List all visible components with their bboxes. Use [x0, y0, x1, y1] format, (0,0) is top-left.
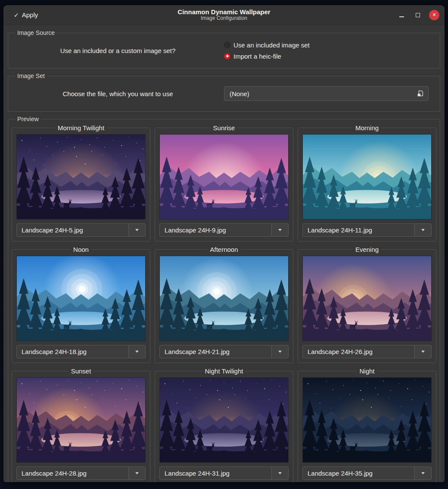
- window-subtitle: Image Configuration: [177, 16, 270, 22]
- image-select-dropdown[interactable]: Landscape 24H-18.jpg: [16, 345, 146, 358]
- preview-cell-title: Evening: [353, 246, 381, 253]
- close-icon: ✕: [432, 13, 436, 17]
- wallpaper-preview-image: [159, 256, 289, 341]
- preview-cell-title: Night Twilight: [202, 367, 246, 375]
- dropdown-arrow-button[interactable]: [271, 345, 289, 358]
- preview-cell: Sunset Landscape 24H-28.jpg: [12, 367, 150, 482]
- wallpaper-preview-image: [302, 377, 432, 463]
- wallpaper-preview-image: [302, 134, 432, 219]
- image-select-dropdown[interactable]: Landscape 24H-11.jpg: [302, 223, 432, 237]
- desktop-background: ✓ Apply Cinnamon Dynamic Wallpaper Image…: [0, 0, 448, 489]
- image-set-row: Choose the file, which you want to use (…: [12, 80, 436, 107]
- selected-filename: Landscape 24H-31.jpg: [160, 470, 270, 477]
- selected-filename: Landscape 24H-28.jpg: [17, 470, 127, 477]
- selected-filename: Landscape 24H-18.jpg: [17, 348, 127, 355]
- apply-button-label: Apply: [22, 11, 38, 19]
- preview-cell: Evening Landscape 24H-26.jpg: [298, 246, 436, 363]
- image-select-dropdown[interactable]: Landscape 24H-35.jpg: [302, 467, 432, 480]
- selected-filename: Landscape 24H-21.jpg: [160, 348, 270, 355]
- wallpaper-preview-image: [16, 134, 146, 219]
- selected-filename: Landscape 24H-9.jpg: [160, 226, 270, 234]
- chevron-down-icon: [421, 229, 425, 231]
- maximize-icon: [416, 13, 420, 17]
- dropdown-arrow-button[interactable]: [414, 223, 432, 237]
- file-chooser-label: Choose the file, which you want to use: [12, 90, 224, 97]
- image-select-dropdown[interactable]: Landscape 24H-5.jpg: [16, 223, 146, 237]
- preview-grid: Morning Twilight Landscape 24H-5.jpg Sun…: [12, 124, 436, 482]
- minimize-button[interactable]: [396, 10, 407, 20]
- image-source-legend: Image Source: [15, 29, 57, 36]
- dropdown-arrow-button[interactable]: [128, 223, 146, 237]
- window-body: Image Source Use an included or a custom…: [3, 25, 445, 482]
- apply-button[interactable]: ✓ Apply: [8, 9, 44, 21]
- preview-cell: Night Landscape 24H-35.jpg: [298, 367, 436, 482]
- image-set-legend: Image Set: [15, 72, 47, 79]
- wallpaper-preview-image: [302, 256, 432, 341]
- preview-cell: Morning Landscape 24H-11.jpg: [298, 124, 436, 241]
- wallpaper-preview-image: [159, 377, 289, 463]
- dropdown-arrow-button[interactable]: [128, 467, 146, 480]
- chevron-down-icon: [135, 351, 139, 353]
- app-window: ✓ Apply Cinnamon Dynamic Wallpaper Image…: [3, 5, 445, 482]
- file-copy-icon: [417, 90, 424, 97]
- preview-cell-title: Noon: [71, 246, 91, 253]
- radio-option-label: Use an included image set: [233, 41, 310, 49]
- radio-button-icon[interactable]: [224, 53, 230, 60]
- dropdown-arrow-button[interactable]: [271, 223, 289, 237]
- chevron-down-icon: [278, 351, 282, 353]
- radio-option-import-heic[interactable]: Import a heic-file: [224, 53, 436, 60]
- dropdown-arrow-button[interactable]: [128, 345, 146, 358]
- radio-option-included-set[interactable]: Use an included image set: [224, 41, 436, 49]
- chevron-down-icon: [278, 229, 282, 231]
- wallpaper-preview-image: [16, 377, 146, 463]
- preview-cell-title: Afternoon: [207, 246, 240, 253]
- image-source-row: Use an included or a custom image set? U…: [12, 37, 436, 64]
- chevron-down-icon: [135, 472, 139, 474]
- preview-cell: Morning Twilight Landscape 24H-5.jpg: [12, 124, 150, 241]
- preview-cell: Noon Landscape 24H-18.jpg: [12, 246, 150, 363]
- selected-filename: Landscape 24H-5.jpg: [17, 226, 127, 234]
- image-select-dropdown[interactable]: Landscape 24H-31.jpg: [159, 467, 289, 480]
- chevron-down-icon: [421, 351, 425, 353]
- preview-section: Preview Morning Twilight Landscape 24H-5…: [8, 116, 440, 482]
- selected-filename: Landscape 24H-11.jpg: [303, 226, 413, 234]
- dropdown-arrow-button[interactable]: [414, 467, 432, 480]
- preview-legend: Preview: [15, 116, 41, 122]
- preview-cell-title: Sunrise: [211, 124, 238, 132]
- image-select-dropdown[interactable]: Landscape 24H-26.jpg: [302, 345, 432, 358]
- file-chooser-button[interactable]: (None): [224, 86, 429, 101]
- selected-filename: Landscape 24H-35.jpg: [303, 470, 413, 477]
- titlebar: ✓ Apply Cinnamon Dynamic Wallpaper Image…: [3, 5, 445, 25]
- dropdown-arrow-button[interactable]: [271, 467, 289, 480]
- chevron-down-icon: [135, 229, 139, 231]
- chevron-down-icon: [421, 472, 425, 474]
- preview-cell: Night Twilight Landscape 24H-31.jpg: [155, 367, 293, 482]
- radio-button-icon[interactable]: [224, 42, 230, 48]
- dropdown-arrow-button[interactable]: [414, 345, 432, 358]
- title-block: Cinnamon Dynamic Wallpaper Image Configu…: [177, 8, 270, 22]
- image-select-dropdown[interactable]: Landscape 24H-9.jpg: [159, 223, 289, 237]
- selected-file-value: (None): [230, 90, 417, 97]
- window-title: Cinnamon Dynamic Wallpaper: [177, 8, 270, 16]
- wallpaper-preview-image: [16, 256, 146, 341]
- preview-cell-title: Morning Twilight: [55, 124, 107, 132]
- checkmark-icon: ✓: [14, 12, 19, 19]
- preview-cell-title: Sunset: [68, 367, 94, 375]
- image-source-question: Use an included or a custom image set?: [12, 47, 224, 54]
- close-button[interactable]: ✕: [429, 10, 439, 20]
- image-source-section: Image Source Use an included or a custom…: [8, 29, 440, 69]
- maximize-button[interactable]: [413, 10, 423, 20]
- window-controls: ✕: [396, 10, 445, 20]
- image-source-radio-group: Use an included image set Import a heic-…: [224, 39, 436, 63]
- preview-cell: Sunrise Landscape 24H-9.jpg: [155, 124, 293, 241]
- selected-filename: Landscape 24H-26.jpg: [303, 348, 413, 355]
- image-set-section: Image Set Choose the file, which you wan…: [8, 72, 440, 112]
- preview-cell-title: Morning: [353, 124, 381, 132]
- preview-cell-title: Night: [357, 367, 377, 375]
- image-select-dropdown[interactable]: Landscape 24H-21.jpg: [159, 345, 289, 358]
- file-chooser-column: (None): [224, 86, 436, 101]
- wallpaper-preview-image: [159, 134, 289, 219]
- chevron-down-icon: [278, 472, 282, 474]
- image-select-dropdown[interactable]: Landscape 24H-28.jpg: [16, 467, 146, 480]
- minimize-icon: [399, 16, 404, 17]
